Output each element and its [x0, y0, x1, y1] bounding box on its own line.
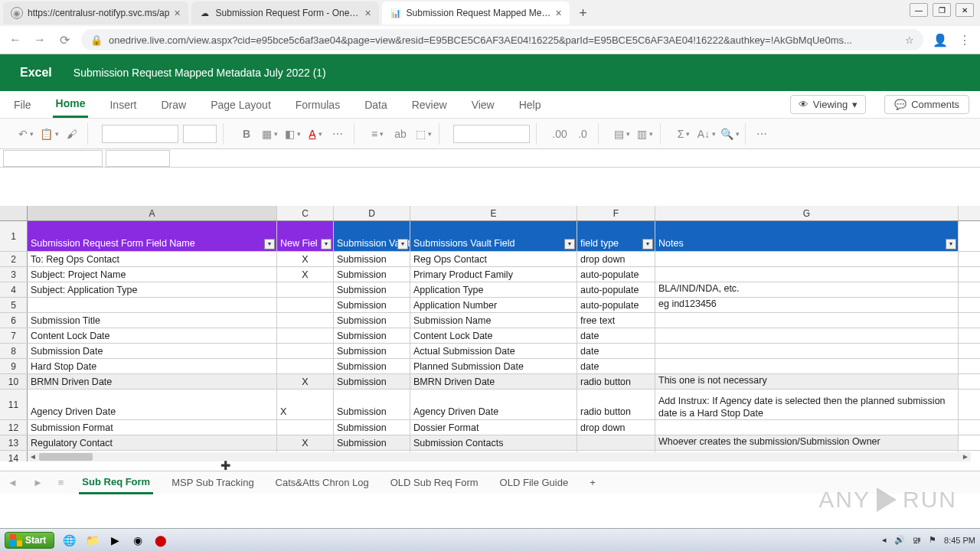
row-header-3[interactable]: 3 — [0, 267, 28, 282]
row-header-6[interactable]: 6 — [0, 313, 28, 328]
font-color[interactable]: A — [306, 125, 325, 143]
header-cell-C[interactable]: Submission Vault Location▾ — [334, 221, 410, 251]
browser-tab-0[interactable]: ◉https://centralusr-notifyp.svc.ms/ap× — [3, 2, 188, 24]
cell[interactable]: Dossier Format — [410, 420, 577, 435]
paste-button[interactable]: 📋 — [40, 125, 58, 143]
cell[interactable]: Submission Name — [410, 313, 577, 328]
cell[interactable]: Content Lock Date — [410, 328, 577, 343]
cell[interactable]: X — [277, 252, 334, 266]
row-header-10[interactable]: 10 — [0, 374, 28, 389]
filter-icon[interactable]: ▾ — [321, 239, 332, 249]
cell[interactable]: X — [277, 435, 334, 450]
cell[interactable]: Reg Ops Contact — [410, 252, 577, 266]
row-header-9[interactable]: 9 — [0, 359, 28, 373]
address-bar[interactable]: 🔒 onedrive.live.com/view.aspx?cid=e95bce… — [81, 29, 923, 51]
cell[interactable]: X — [277, 374, 334, 389]
cell[interactable] — [655, 344, 959, 358]
filter-icon[interactable]: ▾ — [564, 239, 575, 249]
cell[interactable]: Submission — [334, 328, 410, 343]
ribbon-tab-data[interactable]: Data — [361, 93, 390, 117]
cell[interactable]: Agency Driven Date — [28, 390, 277, 419]
cell[interactable] — [277, 282, 334, 297]
cell[interactable]: Submission — [334, 435, 410, 450]
border-button[interactable]: ▦ — [260, 125, 279, 143]
cell[interactable]: This one is not necessary — [655, 374, 959, 389]
cell[interactable]: Planned Submission Date — [410, 359, 577, 373]
cell[interactable]: X — [277, 390, 334, 419]
viewing-mode-button[interactable]: 👁 Viewing ▾ — [790, 95, 866, 114]
add-sheet-button[interactable]: + — [586, 472, 599, 493]
formula-bar[interactable] — [106, 150, 170, 167]
taskbar-media-icon[interactable]: ▶ — [106, 532, 123, 549]
cell[interactable]: Submission — [334, 420, 410, 435]
undo-button[interactable]: ↶ — [17, 125, 35, 143]
dec-decimal[interactable]: .0 — [573, 125, 592, 143]
font-size[interactable] — [183, 125, 217, 143]
align-button[interactable]: ≡ — [368, 125, 387, 143]
win-min[interactable]: — — [910, 3, 928, 17]
col-header-C[interactable]: D — [334, 206, 410, 220]
cell[interactable]: Submission Title — [28, 313, 277, 328]
ribbon-tab-page-layout[interactable]: Page Layout — [207, 93, 274, 117]
font-select[interactable] — [102, 125, 178, 143]
cell[interactable] — [577, 435, 655, 450]
autosum[interactable]: Σ — [675, 125, 693, 143]
more-font[interactable]: ⋯ — [329, 125, 348, 143]
cell[interactable]: To: Reg Ops Contact — [28, 252, 277, 266]
cell[interactable]: Regulatory Contact — [28, 435, 277, 450]
sheet-tab-old-file-guide[interactable]: OLD File Guide — [497, 472, 572, 493]
reload-button[interactable]: ⟳ — [57, 33, 72, 47]
browser-tab-1[interactable]: ☁Submission Request Form - OneDriv× — [191, 2, 379, 24]
row-header-1[interactable]: 1 — [0, 221, 28, 251]
row-header-5[interactable]: 5 — [0, 298, 28, 312]
merge-button[interactable]: ⬚ — [414, 125, 433, 143]
back-button[interactable]: ← — [8, 33, 23, 47]
cell[interactable]: radio button — [577, 374, 655, 389]
col-header-E[interactable]: F — [577, 206, 655, 220]
row-header-8[interactable]: 8 — [0, 344, 28, 358]
cell[interactable]: auto-populate — [577, 298, 655, 312]
ribbon-tab-help[interactable]: Help — [516, 93, 544, 117]
ribbon-tab-home[interactable]: Home — [53, 91, 89, 118]
taskbar-app-icon[interactable]: ⬤ — [152, 532, 169, 549]
cell[interactable]: Submission — [334, 313, 410, 328]
cell[interactable]: drop down — [577, 252, 655, 266]
sheet-tab-sub-req-form[interactable]: Sub Req Form — [79, 471, 153, 494]
row-header-7[interactable]: 7 — [0, 328, 28, 343]
cell[interactable]: auto-populate — [577, 282, 655, 297]
cell[interactable]: Submission — [334, 252, 410, 266]
filter-icon[interactable]: ▾ — [946, 239, 956, 249]
header-cell-F[interactable]: Notes▾ — [655, 221, 959, 251]
row-header-13[interactable]: 13 — [0, 435, 28, 450]
cell[interactable]: eg ind123456 — [655, 298, 959, 312]
wrap-text[interactable]: ab — [391, 125, 410, 143]
row-header-11[interactable]: 11 — [0, 390, 28, 419]
col-header-D[interactable]: E — [410, 206, 577, 220]
header-cell-A[interactable]: Submission Request Form Field Name▾ — [28, 221, 277, 251]
ribbon-tab-file[interactable]: File — [11, 93, 34, 117]
taskbar-ie-icon[interactable]: 🌐 — [60, 532, 77, 549]
cell[interactable]: Submission Date — [28, 344, 277, 358]
cell[interactable]: date — [577, 344, 655, 358]
new-tab-button[interactable]: + — [573, 2, 594, 24]
filter-icon[interactable]: ▾ — [397, 239, 408, 249]
sheet-tab-cats-atts-chron-log[interactable]: Cats&Atts Chron Log — [273, 472, 372, 493]
cell[interactable]: Primary Product Family — [410, 267, 577, 282]
cell[interactable]: Submission — [334, 359, 410, 373]
cell[interactable]: Application Number — [410, 298, 577, 312]
cell[interactable]: Subject: Project Name — [28, 267, 277, 282]
sort-filter[interactable]: A↓ — [697, 125, 716, 143]
cell[interactable]: Content Lock Date — [28, 328, 277, 343]
name-box[interactable] — [3, 150, 103, 167]
filter-icon[interactable]: ▾ — [642, 239, 653, 249]
cell[interactable]: Submission — [334, 390, 410, 419]
cell[interactable] — [277, 420, 334, 435]
ribbon-tab-review[interactable]: Review — [409, 93, 450, 117]
cell[interactable] — [655, 420, 959, 435]
cell[interactable] — [277, 313, 334, 328]
tray-expand-icon[interactable]: ◂ — [882, 535, 887, 545]
cell[interactable] — [28, 298, 277, 312]
forward-button[interactable]: → — [32, 33, 47, 47]
tray-sound-icon[interactable]: 🔊 — [894, 535, 905, 545]
cell[interactable]: free text — [577, 313, 655, 328]
